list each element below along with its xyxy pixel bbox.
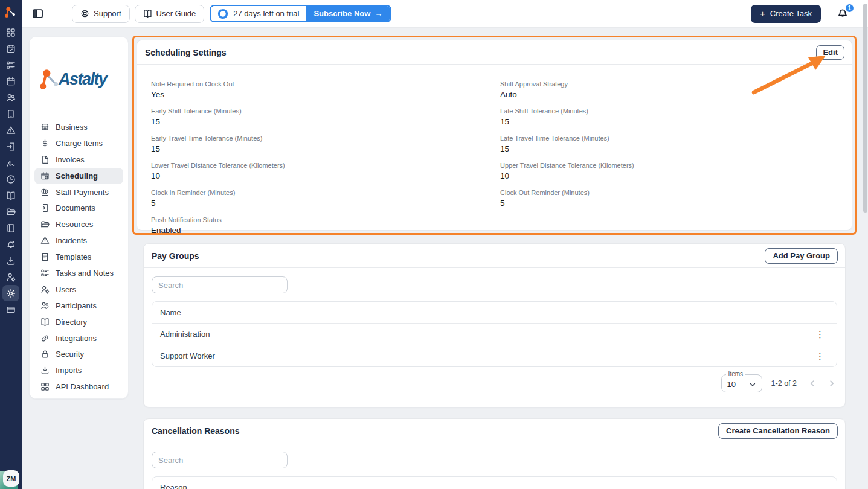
setting-label: Lower Travel Distance Tolerance (Kilomet…: [151, 162, 492, 169]
pay-groups-search-input[interactable]: [152, 276, 288, 293]
rail-item-billing-icon[interactable]: [2, 301, 19, 318]
avatar[interactable]: ZM: [3, 470, 19, 487]
notebook-icon: [6, 223, 16, 233]
sidebar-item-security[interactable]: Security: [34, 346, 123, 362]
sidebar-item-label: Resources: [56, 220, 93, 229]
sidebar-item-label: Staff Payments: [56, 188, 109, 197]
rail-item-incident-icon[interactable]: [2, 122, 19, 138]
sidebar-toggle-icon[interactable]: [32, 8, 44, 20]
trial-progress-ring-icon: [217, 8, 228, 19]
setting-value: 15: [500, 117, 841, 126]
sidebar-item-label: Users: [56, 285, 76, 294]
time-icon: [6, 174, 16, 184]
scrollbar[interactable]: [863, 4, 867, 213]
sidebar-item-label: Documents: [56, 203, 95, 213]
cancellation-reasons-search-input[interactable]: [152, 452, 288, 468]
sidebar-item-label: Incidents: [56, 236, 87, 245]
sidebar-item-invoices[interactable]: Invoices: [34, 152, 123, 168]
setting-field: Early Shift Tolerance (Minutes)15: [151, 107, 492, 126]
rail-item-guide-icon[interactable]: [2, 187, 19, 203]
trial-days-text: 27 days left on trial: [233, 9, 299, 18]
setting-value: 10: [500, 171, 841, 181]
sidebar-item-staff-payments[interactable]: Staff Payments: [34, 184, 123, 200]
rail-item-import-icon[interactable]: [2, 252, 19, 269]
edit-button[interactable]: Edit: [816, 45, 844, 60]
setting-field: Push Notification StatusEnabled: [151, 216, 492, 235]
rail-item-sign-in-icon[interactable]: [2, 138, 19, 155]
sidebar-item-business[interactable]: Business: [34, 119, 123, 135]
create-cancellation-reason-button[interactable]: Create Cancellation Reason: [718, 423, 838, 439]
support-button[interactable]: Support: [72, 5, 130, 23]
sidebar-item-api-dashboard[interactable]: API Dashboard: [34, 379, 123, 395]
notification-icon: [6, 240, 16, 249]
astalty-logo[interactable]: Astalty: [38, 63, 128, 95]
plus-icon: +: [760, 8, 765, 19]
rail-item-team-icon[interactable]: [2, 89, 19, 106]
sidebar-item-documents[interactable]: Documents: [34, 200, 123, 216]
next-page-icon[interactable]: [828, 379, 836, 388]
schedule-check-icon: [6, 44, 16, 54]
rail-item-signature-icon[interactable]: [2, 155, 19, 171]
subscribe-now-button[interactable]: Subscribe Now →: [306, 6, 390, 21]
rail-item-calendar-icon[interactable]: [2, 73, 19, 89]
sidebar-item-tasks-and-notes[interactable]: Tasks and Notes: [34, 265, 123, 281]
dashboard-icon: [6, 28, 16, 37]
sidebar-item-scheduling[interactable]: Scheduling: [34, 168, 123, 184]
user-guide-button[interactable]: User Guide: [135, 5, 205, 23]
scheduling-settings-title: Scheduling Settings: [145, 48, 227, 57]
scheduling-icon: [40, 171, 50, 181]
column-header-reason: Reason: [152, 477, 837, 489]
billing-icon: [6, 305, 16, 315]
rail-item-settings-icon[interactable]: [2, 285, 19, 301]
row-menu-icon[interactable]: ⋮: [811, 330, 829, 339]
setting-field: Clock Out Reminder (Minutes)5: [500, 189, 841, 208]
table-row[interactable]: Administration⋮: [152, 323, 837, 345]
row-menu-icon[interactable]: ⋮: [811, 351, 829, 360]
folder-icon: [40, 220, 50, 229]
pagination-range: 1-2 of 2: [771, 379, 797, 388]
previous-page-icon[interactable]: [808, 379, 817, 388]
guide-icon: [6, 191, 16, 200]
rail-item-time-icon[interactable]: [2, 171, 19, 187]
task-list-icon: [6, 60, 16, 70]
sidebar-item-integrations[interactable]: Integrations: [34, 330, 123, 347]
setting-value: 15: [151, 144, 492, 153]
rail-item-dashboard-icon[interactable]: [2, 24, 19, 40]
sidebar-item-charge-items[interactable]: Charge Items: [34, 135, 123, 152]
create-task-button[interactable]: + Create Task: [751, 5, 821, 23]
sidebar-item-directory[interactable]: Directory: [34, 314, 123, 330]
sidebar-item-label: Participants: [56, 301, 97, 310]
add-pay-group-button[interactable]: Add Pay Group: [765, 248, 838, 264]
sidebar-item-templates[interactable]: Templates: [34, 249, 123, 265]
api-icon: [40, 382, 50, 391]
sidebar-item-participants[interactable]: Participants: [34, 298, 123, 314]
setting-field: Early Travel Time Tolerance (Minutes)15: [151, 135, 492, 153]
dollar-icon: [40, 139, 50, 148]
setting-field: Late Shift Tolerance (Minutes)15: [500, 107, 841, 126]
arrow-right-icon: →: [375, 9, 382, 18]
sidebar-item-resources[interactable]: Resources: [34, 216, 123, 232]
rail-item-resources-icon[interactable]: [2, 203, 19, 220]
items-per-page-select[interactable]: Items 10: [721, 374, 762, 392]
pay-group-name: Administration: [160, 330, 210, 339]
import-icon: [40, 366, 50, 375]
rail-item-schedule-check-icon[interactable]: [2, 40, 19, 57]
table-row[interactable]: Support Worker⋮: [152, 345, 837, 366]
rail-item-notebook-icon[interactable]: [2, 220, 19, 236]
rail-item-user-settings-icon[interactable]: [2, 269, 19, 285]
sidebar-item-incidents[interactable]: Incidents: [34, 232, 123, 249]
pagination: Items 10 1-2 of 2: [153, 374, 836, 392]
rail-item-notification-icon[interactable]: [2, 236, 19, 252]
book-icon: [143, 9, 152, 18]
setting-value: Enabled: [151, 226, 492, 235]
setting-label: Late Shift Tolerance (Minutes): [500, 107, 841, 115]
store-icon: [40, 123, 50, 132]
rail-item-device-icon[interactable]: [2, 106, 19, 122]
rail-item-task-list-icon[interactable]: [2, 57, 19, 73]
sidebar-item-users[interactable]: Users: [34, 281, 123, 298]
setting-value: Auto: [500, 90, 841, 99]
pay-groups-title: Pay Groups: [152, 251, 199, 261]
astalty-logo-icon[interactable]: [0, 0, 22, 24]
notifications-bell-icon[interactable]: 1: [837, 7, 850, 21]
sidebar-item-imports[interactable]: Imports: [34, 362, 123, 379]
